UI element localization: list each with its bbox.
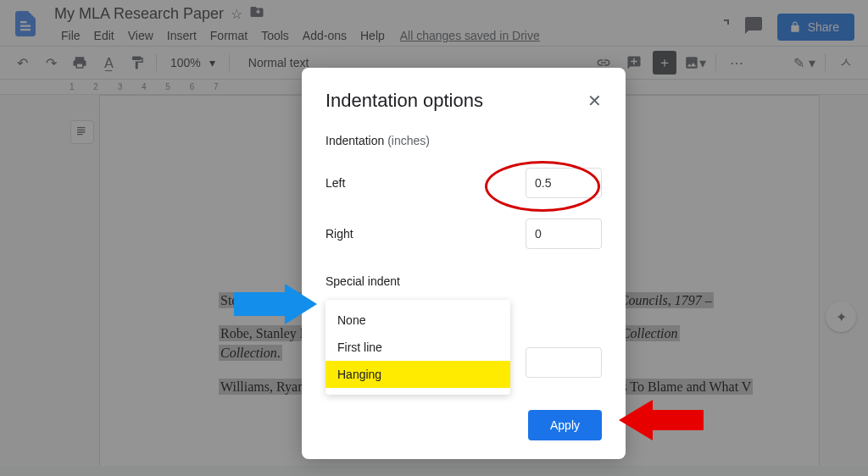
indentation-section-label: Indentation (inches): [326, 134, 602, 147]
apply-button[interactable]: Apply: [528, 410, 602, 440]
right-label: Right: [326, 227, 526, 241]
option-none[interactable]: None: [326, 307, 510, 334]
app-root: My MLA Research Paper ☆ File Edit View I…: [0, 0, 868, 476]
option-hanging[interactable]: Hanging: [326, 361, 510, 388]
special-indent-value-input[interactable]: [526, 347, 602, 378]
left-indent-input[interactable]: [526, 168, 602, 198]
left-label: Left: [326, 176, 526, 190]
special-indent-dropdown[interactable]: None First line Hanging: [326, 300, 510, 395]
close-icon[interactable]: ✕: [587, 91, 602, 111]
dialog-title: Indentation options: [326, 90, 483, 112]
indentation-dialog: Indentation options ✕ Indentation (inche…: [302, 68, 626, 459]
special-indent-label: Special indent: [326, 274, 602, 288]
right-indent-input[interactable]: [526, 219, 602, 249]
option-first-line[interactable]: First line: [326, 334, 510, 361]
